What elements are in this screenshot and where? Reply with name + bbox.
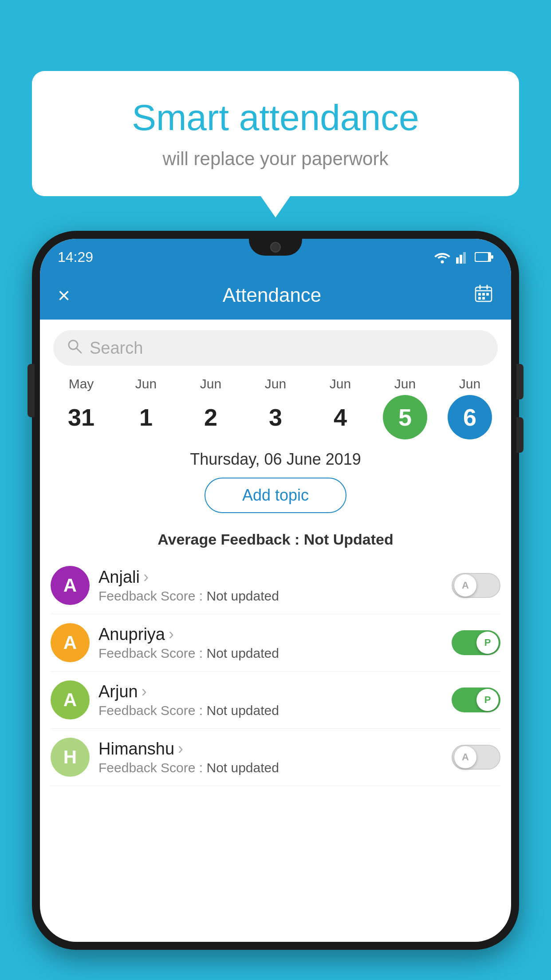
date-month: Jun: [135, 376, 157, 391]
list-item[interactable]: AArjunFeedback Score : Not updatedP: [51, 672, 500, 729]
student-name: Arjun: [98, 682, 443, 701]
date-item[interactable]: Jun1: [117, 376, 175, 439]
student-name: Himanshu: [98, 739, 443, 759]
list-item[interactable]: AAnupriyaFeedback Score : Not updatedP: [51, 614, 500, 672]
toggle-knob: A: [454, 746, 476, 768]
attendance-toggle[interactable]: A: [452, 745, 500, 770]
status-time: 14:29: [58, 249, 93, 265]
date-month: Jun: [459, 376, 480, 391]
svg-rect-14: [478, 297, 481, 300]
avg-feedback: Average Feedback : Not Updated: [40, 531, 511, 548]
attendance-toggle[interactable]: A: [452, 573, 500, 598]
close-button[interactable]: ×: [58, 283, 70, 308]
date-number: 3: [253, 395, 298, 439]
date-month: Jun: [394, 376, 416, 391]
student-name: Anjali: [98, 568, 443, 587]
toggle-knob: P: [476, 689, 499, 711]
power-button-2: [516, 417, 523, 453]
list-item[interactable]: HHimanshuFeedback Score : Not updatedA: [51, 729, 500, 786]
avatar: A: [51, 623, 90, 662]
attendance-toggle[interactable]: P: [452, 630, 500, 655]
student-info: ArjunFeedback Score : Not updated: [98, 682, 443, 718]
phone-screen: 14:29: [40, 239, 511, 942]
power-button: [516, 364, 523, 399]
attendance-toggle[interactable]: P: [452, 688, 500, 712]
date-number: 4: [318, 395, 362, 439]
phone-wrapper: 14:29: [32, 231, 519, 980]
speech-bubble: Smart attendance will replace your paper…: [32, 71, 519, 196]
selected-date: Thursday, 06 June 2019: [40, 450, 511, 469]
student-info: HimanshuFeedback Score : Not updated: [98, 739, 443, 775]
speech-bubble-container: Smart attendance will replace your paper…: [32, 71, 519, 196]
toggle-knob: A: [454, 574, 476, 597]
status-icons: [434, 250, 493, 264]
date-number: 5: [383, 395, 427, 439]
date-item[interactable]: Jun2: [182, 376, 240, 439]
date-item[interactable]: Jun4: [311, 376, 369, 439]
svg-rect-12: [482, 293, 485, 296]
date-month: May: [69, 376, 94, 391]
add-topic-container: Add topic: [40, 478, 511, 522]
svg-rect-3: [463, 252, 466, 264]
svg-rect-11: [478, 293, 481, 296]
date-month: Jun: [330, 376, 351, 391]
volume-button: [28, 364, 35, 417]
list-item[interactable]: AAnjaliFeedback Score : Not updatedA: [51, 557, 500, 614]
search-icon: [67, 338, 83, 358]
search-bar[interactable]: Search: [53, 330, 498, 366]
student-info: AnupriyaFeedback Score : Not updated: [98, 625, 443, 661]
date-month: Jun: [200, 376, 221, 391]
front-camera: [270, 242, 281, 253]
app-header: × Attendance: [40, 271, 511, 320]
date-number: 1: [124, 395, 168, 439]
wifi-icon: [434, 250, 451, 264]
date-number: 2: [189, 395, 233, 439]
svg-rect-5: [476, 253, 488, 261]
student-feedback: Feedback Score : Not updated: [98, 646, 443, 661]
signal-icon: [456, 250, 469, 264]
bubble-title: Smart attendance: [67, 98, 484, 138]
date-month: Jun: [265, 376, 286, 391]
svg-rect-1: [456, 257, 459, 264]
student-feedback: Feedback Score : Not updated: [98, 760, 443, 775]
calendar-icon[interactable]: [474, 284, 493, 307]
date-row: May31Jun1Jun2Jun3Jun4Jun5Jun6: [40, 376, 511, 439]
svg-rect-13: [486, 293, 489, 296]
student-feedback: Feedback Score : Not updated: [98, 703, 443, 718]
toggle-switch[interactable]: P: [452, 630, 500, 655]
toggle-switch[interactable]: A: [452, 573, 500, 598]
battery-icon: [475, 252, 493, 262]
avatar: H: [51, 738, 90, 777]
header-title: Attendance: [223, 284, 322, 306]
add-topic-button[interactable]: Add topic: [205, 478, 346, 513]
toggle-knob: P: [476, 632, 499, 654]
student-feedback: Feedback Score : Not updated: [98, 589, 443, 604]
avg-feedback-label: Average Feedback :: [157, 531, 303, 548]
date-number: 6: [448, 395, 492, 439]
notch: [249, 239, 302, 256]
student-list: AAnjaliFeedback Score : Not updatedAAAnu…: [40, 557, 511, 786]
date-item[interactable]: Jun3: [247, 376, 304, 439]
date-number: 31: [59, 395, 103, 439]
svg-rect-6: [491, 255, 493, 259]
avg-feedback-value: Not Updated: [304, 531, 394, 548]
bubble-subtitle: will replace your paperwork: [67, 148, 484, 170]
search-placeholder: Search: [90, 339, 143, 358]
svg-rect-2: [460, 255, 462, 264]
date-item[interactable]: May31: [52, 376, 110, 439]
toggle-switch[interactable]: P: [452, 688, 500, 712]
svg-line-17: [76, 348, 81, 353]
avatar: A: [51, 566, 90, 605]
avatar: A: [51, 680, 90, 719]
student-info: AnjaliFeedback Score : Not updated: [98, 568, 443, 604]
student-name: Anupriya: [98, 625, 443, 644]
date-item[interactable]: Jun5: [376, 376, 434, 439]
svg-rect-15: [482, 297, 485, 300]
toggle-switch[interactable]: A: [452, 745, 500, 770]
svg-point-0: [441, 261, 444, 264]
date-item[interactable]: Jun6: [441, 376, 499, 439]
phone-body: 14:29: [32, 231, 519, 950]
